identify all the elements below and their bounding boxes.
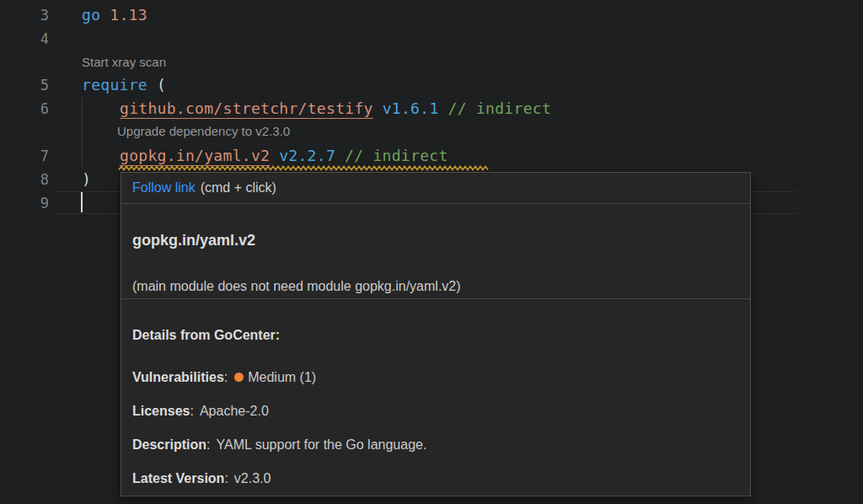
- keyword-require: require: [82, 76, 147, 94]
- line-number: 7: [0, 144, 49, 168]
- latest-version-row: Latest Version:v2.3.0: [121, 469, 750, 489]
- popup-divider: [121, 203, 750, 204]
- follow-link[interactable]: Follow link: [132, 180, 196, 195]
- code-line-3[interactable]: 3 go1.13: [0, 3, 863, 27]
- codelens-upgrade-dependency[interactable]: Upgrade dependency to v2.3.0: [117, 121, 290, 142]
- module-link-testify[interactable]: github.com/stretchr/testify: [120, 99, 373, 119]
- separator: :: [190, 404, 193, 418]
- comment-indirect: // indirect: [345, 147, 448, 164]
- line-number: 8: [0, 168, 49, 191]
- separator: :: [224, 471, 228, 485]
- code-line-6[interactable]: 6 github.com/stretchr/testifyv1.6.1// in…: [0, 97, 863, 121]
- follow-link-hint: (cmd + click): [201, 180, 276, 195]
- separator: :: [206, 437, 210, 452]
- module-name-heading: gopkg.in/yaml.v2: [121, 230, 750, 250]
- comment-indirect: // indirect: [448, 99, 552, 117]
- line-number: 4: [0, 27, 49, 51]
- licenses-value: Apache-2.0: [200, 404, 269, 418]
- editor-viewport: 3 go1.13 4 Start xray scan 5 require( 6 …: [0, 0, 863, 504]
- keyword-go: go: [82, 6, 100, 24]
- line-number: 5: [0, 73, 49, 97]
- follow-link-row: Follow link(cmd + click): [121, 173, 750, 203]
- code-line-7[interactable]: 7 gopkg.in/yaml.v2v2.2.7// indirect: [0, 144, 863, 168]
- module-link-yaml[interactable]: gopkg.in/yaml.v2: [120, 147, 270, 166]
- line-number: 9: [0, 191, 49, 215]
- vulnerabilities-label: Vulnerabilities: [132, 370, 224, 384]
- version-yaml: v2.2.7: [279, 147, 335, 164]
- description-row: Description:YAML support for the Go lang…: [121, 435, 750, 455]
- codelens-start-xray-scan[interactable]: Start xray scan: [82, 51, 166, 73]
- severity-medium-dot-icon: [234, 373, 244, 382]
- latest-version-label: Latest Version: [132, 471, 224, 485]
- module-note: (main module does not need module gopkg.…: [121, 277, 750, 296]
- open-paren: (: [157, 76, 166, 94]
- close-paren: ): [82, 170, 91, 188]
- code-line-4[interactable]: 4: [0, 27, 863, 51]
- line-number: 6: [0, 97, 49, 121]
- details-heading: Details from GoCenter:: [121, 325, 750, 346]
- latest-version-value: v2.3.0: [234, 471, 271, 485]
- go-version-value: 1.13: [110, 6, 147, 24]
- vulnerabilities-row: Vulnerabilities:Medium (1): [121, 367, 750, 388]
- code-line-5[interactable]: 5 require(: [0, 73, 863, 97]
- line-number: 3: [0, 3, 49, 27]
- licenses-row: Licenses:Apache-2.0: [121, 401, 750, 421]
- dependency-hover-popup: Follow link(cmd + click) gopkg.in/yaml.v…: [121, 172, 751, 496]
- separator: :: [224, 370, 228, 384]
- description-value: YAML support for the Go language.: [216, 437, 426, 452]
- licenses-label: Licenses: [132, 404, 190, 418]
- description-label: Description: [132, 437, 206, 452]
- text-cursor: [81, 192, 83, 212]
- version-testify: v1.6.1: [383, 99, 439, 117]
- popup-divider: [121, 298, 750, 299]
- vulnerabilities-value: Medium (1): [248, 370, 316, 384]
